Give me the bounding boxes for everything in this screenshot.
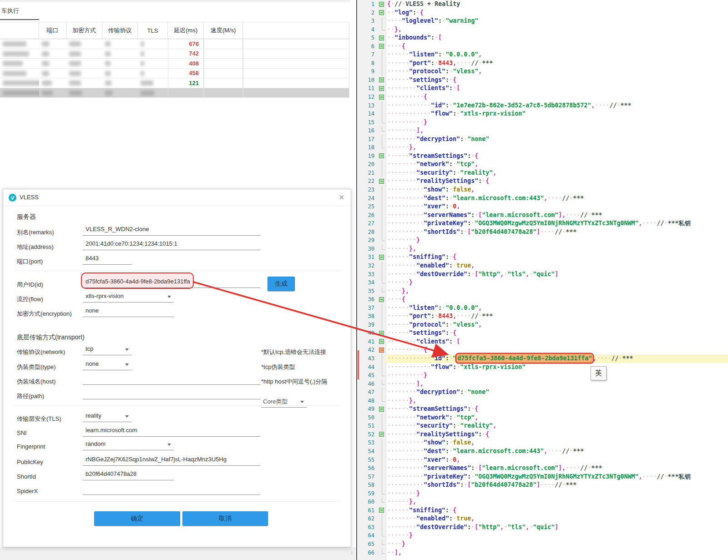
tab-active-indicator [0,19,39,20]
fold-margin-cell [378,312,386,321]
blurred-cell [0,78,39,88]
fold-marker-icon[interactable]: − [379,10,384,15]
fold-marker-icon[interactable]: − [379,2,384,7]
column-header[interactable]: 加密方式 [66,22,102,39]
fold-marker-icon[interactable]: − [379,153,384,158]
fold-end-tick [382,25,385,30]
fold-marker-icon[interactable]: − [379,86,384,91]
server-row[interactable]: 742 [0,49,349,59]
remarks-input[interactable]: VLESS_R_WDN2-clone [83,226,260,236]
type-select[interactable]: none [83,360,131,370]
line-number: 11 [358,84,378,93]
generate-button[interactable]: 生成 [268,277,295,291]
line-number: 9 [358,67,378,76]
fold-marker-icon[interactable]: − [379,179,384,184]
core-type-select[interactable]: Core类型 [261,398,307,408]
line-number: 33 [358,270,378,279]
fold-margin-cell [378,371,386,380]
line-number: 17 [358,135,378,144]
dialog-titlebar[interactable]: V VLESS ✕ [3,189,351,206]
line-number: 16 [358,126,378,135]
shortid-input[interactable]: b20f64d407478a28 [83,470,174,480]
code-line: 66··], [358,549,728,557]
fold-guide-line [382,17,382,25]
code-text: ············"id":·"d75fcfa5-3860-4a4d-9f… [386,354,728,363]
fold-margin-cell [378,135,386,144]
code-text: ········], [386,126,728,135]
publickey-input[interactable]: rNBGeJZej7K62Sqp1nslwZ_Haf7jsL-HaqzMnz3U… [83,456,260,466]
blurred-cell [138,78,168,88]
server-row[interactable]: 408 [0,59,349,69]
line-number: 55 [358,456,378,464]
sni-input[interactable]: learn.microsoft.com [83,427,260,437]
fold-marker-icon[interactable]: − [379,35,384,40]
fold-marker-icon[interactable]: − [379,297,384,302]
column-header[interactable] [243,22,349,39]
fold-marker-icon[interactable]: − [379,407,384,412]
publickey-label: PublicKey [17,459,43,465]
server-row[interactable]: 458 [0,69,349,79]
code-line: 55··········"xver":·0, [358,456,728,464]
code-line: 58··········"shortIds":·["b20f64d407478a… [358,481,728,489]
port-input[interactable]: 8443 [83,255,131,265]
network-select[interactable]: tcp [83,345,131,355]
close-icon[interactable]: ✕ [339,193,344,202]
code-line: 24··········"dest":·"learn.microsoft.com… [358,194,728,203]
fingerprint-select[interactable]: random [83,440,174,450]
fold-guide-line [382,202,382,211]
column-header[interactable]: 端口 [39,22,66,39]
tab-batch-run[interactable]: 车执行 [1,7,19,15]
code-text: ··········"show":·false, [386,439,728,447]
fold-end-tick [382,498,385,503]
line-number: 31 [358,253,378,262]
code-line: 13············"id":·"1e7ee72b-862e-3d52-… [358,101,728,110]
json-config-editor[interactable]: 1−{·//·VLESS·+·Reality2−··"log":·{3····"… [356,0,728,560]
tls-select[interactable]: reality [83,412,131,422]
fold-margin-cell [378,228,386,237]
line-number: 2 [358,9,378,17]
column-header[interactable]: TLS [138,22,168,39]
blurred-cell [39,69,66,78]
fold-guide-line [382,135,382,144]
encryption-input[interactable]: none [83,307,174,317]
path-input[interactable] [83,389,260,399]
code-text: ··], [386,549,728,557]
column-header[interactable]: 传输协议 [102,22,138,39]
fold-marker-icon[interactable]: − [379,77,384,82]
spiderx-input[interactable] [83,485,260,495]
window-bottom-strip [0,547,356,560]
fold-marker-icon[interactable]: − [379,339,384,344]
fold-marker-icon[interactable]: − [379,44,384,49]
fold-marker-icon[interactable]: − [379,348,384,353]
code-text: ····{ [386,42,728,51]
column-header[interactable]: 延迟(ms) [168,22,204,39]
flow-select[interactable]: xtls-rprx-vision [83,293,174,303]
fold-marker-icon[interactable]: − [379,95,384,100]
code-text: ········"decryption":·"none" [386,135,728,144]
cancel-button[interactable]: 取消 [182,511,268,526]
fold-marker-icon[interactable]: − [379,255,384,260]
code-text: ··········{ [386,93,728,101]
fold-marker-icon[interactable]: − [379,432,384,437]
line-number: 48 [358,397,378,405]
code-line: 25··········"xver":·0, [358,202,728,211]
blurred-cell [138,69,168,78]
blurred-text [141,71,144,76]
server-row[interactable] [0,88,349,98]
fold-marker-icon[interactable]: − [379,508,384,513]
address-value: 2001:41d0:ce70:1234:1234:1015:1 [86,240,177,247]
server-row[interactable]: 121 [0,78,349,88]
ok-button[interactable]: 确定 [94,511,180,526]
column-header[interactable]: 速度(M/s) [204,22,243,39]
server-row[interactable]: 676 [0,39,349,49]
speed-cell [204,88,243,98]
host-input[interactable] [83,375,260,385]
blurred-text [3,81,39,86]
address-input[interactable]: 2001:41d0:ce70:1234:1234:1015:1 [83,240,260,250]
fold-marker-icon[interactable]: − [379,331,384,336]
column-header[interactable] [0,22,39,39]
fold-margin-cell [378,354,386,363]
line-number: 36 [358,295,378,304]
scroll-down-icon[interactable]: ↓ [350,549,354,555]
fold-margin-cell: − [378,84,386,93]
